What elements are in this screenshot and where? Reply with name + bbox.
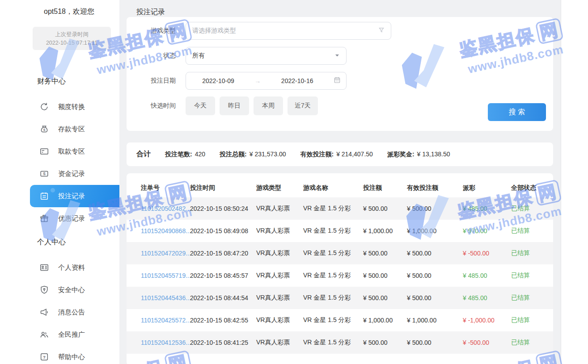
table-body: 1101520502482... 2022-10-15 08:50:24 VR真… xyxy=(127,197,553,354)
table-row: 1101520445436... 2022-10-15 08:44:54 VR真… xyxy=(127,287,553,309)
bet-record-icon xyxy=(39,191,49,201)
bet-amount: ¥ 500.00 xyxy=(363,250,407,257)
quick-btn-last7days[interactable]: 近7天 xyxy=(288,96,318,115)
sidebar: opt518，欢迎您 上次登录时间 2022-10-15 07:17:11 财务… xyxy=(0,0,119,364)
bet-time: 2022-10-15 08:49:08 xyxy=(190,227,256,234)
bet-time: 2022-10-15 08:45:57 xyxy=(190,272,256,279)
quick-btn-yesterday[interactable]: 昨日 xyxy=(220,96,249,115)
payout-amount: ¥ 485.00 xyxy=(463,294,511,301)
order-no-link[interactable]: 1101520425572... xyxy=(141,317,190,324)
col-game-name: 游戏名称 xyxy=(303,184,363,192)
valid-bet-amount: ¥ 500.00 xyxy=(407,250,463,257)
status-badge: 已结算 xyxy=(511,316,553,324)
order-no-link[interactable]: 1101520445436... xyxy=(141,294,190,301)
summary-payout: 派彩奖金:¥ 13,138.50 xyxy=(387,151,450,159)
game-type-select[interactable]: 请选择游戏类型 xyxy=(186,22,391,40)
summary-valid-bet: 有效投注额:¥ 214,407.50 xyxy=(300,151,372,159)
valid-bet-amount: ¥ 500.00 xyxy=(407,339,463,346)
withdraw-icon xyxy=(39,146,49,156)
quick-btn-today[interactable]: 今天 xyxy=(186,96,215,115)
chevron-down-icon xyxy=(334,52,340,60)
order-no-link[interactable]: 1101520455719... xyxy=(141,272,190,279)
sidebar-item-funds-record[interactable]: S 资金记录 xyxy=(30,163,120,185)
game-type: VR真人彩票 xyxy=(256,227,303,235)
help-icon: ? xyxy=(39,352,49,362)
game-type-label: 游戏类型 xyxy=(127,27,176,35)
table-row: 1101520455719... 2022-10-15 08:45:57 VR真… xyxy=(127,264,553,287)
col-bet-amount: 投注额 xyxy=(363,184,407,192)
announcement-icon xyxy=(39,307,49,317)
game-type-placeholder: 请选择游戏类型 xyxy=(192,27,236,35)
game-name: VR 金星 1.5 分彩 xyxy=(303,272,363,280)
sidebar-item-deposit[interactable]: S 存款专区 xyxy=(30,118,120,140)
payout-amount: ¥ -500.00 xyxy=(463,250,511,257)
quick-time-label: 快选时间 xyxy=(127,102,176,110)
payout-amount: ¥ -500.00 xyxy=(463,339,511,346)
bet-amount: ¥ 500.00 xyxy=(363,339,407,346)
right-gutter xyxy=(561,0,588,364)
table-row: 1101520412536... 2022-10-15 08:41:25 VR真… xyxy=(127,331,553,354)
filter-funnel-icon xyxy=(378,27,385,35)
order-no-link[interactable]: 1101520412536... xyxy=(141,339,190,346)
order-no-link[interactable]: 1101520502482... xyxy=(141,205,190,212)
game-type: VR真人彩票 xyxy=(256,294,303,302)
bet-amount: ¥ 500.00 xyxy=(363,205,407,212)
svg-text:S: S xyxy=(43,172,46,176)
payout-amount: ¥ 970.00 xyxy=(463,227,511,234)
game-name: VR 金星 1.5 分彩 xyxy=(303,339,363,347)
payout-amount: ¥ 485.00 xyxy=(463,272,511,279)
bet-date-label: 投注日期 xyxy=(127,77,176,85)
bet-time: 2022-10-15 08:44:54 xyxy=(190,294,256,301)
sidebar-item-quota-transfer[interactable]: 额度转换 xyxy=(30,96,120,118)
search-button[interactable]: 搜 索 xyxy=(488,103,546,121)
sidebar-item-referral[interactable]: 全民推广 xyxy=(30,323,120,346)
bet-time: 2022-10-15 08:41:25 xyxy=(190,339,256,346)
game-type: VR真人彩票 xyxy=(256,316,303,324)
sidebar-item-bet-record[interactable]: 投注记录 xyxy=(30,185,120,207)
status-badge: 已结算 xyxy=(511,339,553,347)
status-badge: 已结算 xyxy=(511,294,553,302)
sidebar-item-label: 取款专区 xyxy=(58,147,85,156)
valid-bet-amount: ¥ 500.00 xyxy=(407,205,463,212)
valid-bet-amount: ¥ 1,000.00 xyxy=(407,227,463,234)
game-type: VR真人彩票 xyxy=(256,272,303,280)
sidebar-item-label: 全民推广 xyxy=(58,331,85,339)
col-bet-time: 投注时间 xyxy=(190,184,256,192)
sidebar-item-label: 安全中心 xyxy=(58,286,85,294)
last-login-box: 上次登录时间 2022-10-15 07:17:11 xyxy=(33,27,111,50)
promo-record-icon xyxy=(39,213,49,223)
quick-btn-this-week[interactable]: 本周 xyxy=(254,96,283,115)
sidebar-item-announcement[interactable]: 消息公告 xyxy=(30,301,120,323)
col-payout: 派彩 xyxy=(463,184,511,192)
sidebar-item-label: 消息公告 xyxy=(58,308,85,317)
order-no-link[interactable]: 1101520490868... xyxy=(141,227,190,234)
sidebar-item-withdraw[interactable]: 取款专区 xyxy=(30,140,120,163)
personal-menu: 个人资料 安全中心 消息公告 全民推广 ? 帮助中心 xyxy=(30,256,127,364)
date-end-input[interactable]: 2022-10-16 xyxy=(271,77,324,84)
table-row: 1101520502482... 2022-10-15 08:50:24 VR真… xyxy=(127,197,553,220)
last-login-label: 上次登录时间 xyxy=(55,31,89,38)
sidebar-item-label: 投注记录 xyxy=(58,192,85,201)
sidebar-item-label: 个人资料 xyxy=(58,264,85,272)
status-select[interactable]: 所有 xyxy=(186,47,347,65)
sidebar-item-promo-record[interactable]: 优惠记录 xyxy=(30,207,120,230)
payout-amount: ¥ -1,000.00 xyxy=(463,317,511,324)
sidebar-item-label: 额度转换 xyxy=(58,103,85,111)
game-name: VR 金星 1.5 分彩 xyxy=(303,205,363,213)
order-no-link[interactable]: 1101520472029... xyxy=(141,250,190,257)
sidebar-item-security[interactable]: 安全中心 xyxy=(30,279,120,301)
status-label: 状态 xyxy=(127,52,176,60)
sidebar-item-profile[interactable]: 个人资料 xyxy=(30,256,120,279)
date-start-input[interactable]: 2022-10-09 xyxy=(191,77,245,84)
deposit-icon: S xyxy=(39,124,49,134)
sidebar-item-label: 资金记录 xyxy=(58,170,85,178)
bet-amount: ¥ 1,000.00 xyxy=(363,227,407,234)
bet-time: 2022-10-15 08:42:55 xyxy=(190,317,256,324)
referral-icon xyxy=(39,330,49,339)
date-range-picker[interactable]: 2022-10-09 → 2022-10-16 xyxy=(186,72,347,90)
sidebar-item-label: 优惠记录 xyxy=(58,214,85,223)
sidebar-item-help[interactable]: ? 帮助中心 xyxy=(30,346,120,364)
page-title: 投注记录 xyxy=(119,0,561,17)
game-name: VR 金星 1.5 分彩 xyxy=(303,294,363,302)
summary-bet-count: 投注笔数:420 xyxy=(165,151,205,159)
